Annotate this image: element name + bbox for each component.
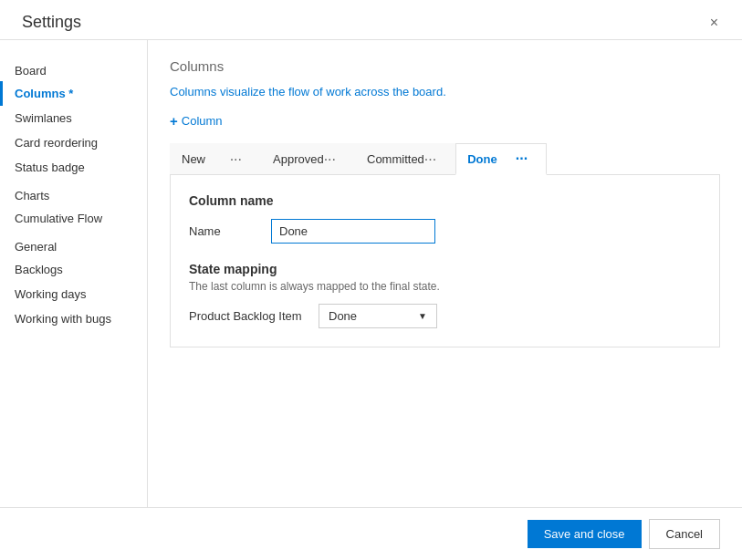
sidebar-section-board: Board xyxy=(0,55,147,81)
sidebar-section-general: General xyxy=(0,231,147,257)
tab-new-label: New xyxy=(182,152,230,166)
tab-committed-label: Committed xyxy=(367,152,424,166)
sidebar-item-card-reordering[interactable]: Card reordering xyxy=(0,130,147,155)
sidebar-item-working-days[interactable]: Working days xyxy=(0,282,147,306)
tab-done-label: Done xyxy=(467,152,516,166)
product-backlog-label: Product Backlog Item xyxy=(189,309,308,323)
sidebar-item-backlogs[interactable]: Backlogs xyxy=(0,257,147,282)
name-input[interactable] xyxy=(271,219,435,244)
tab-new[interactable]: New ··· xyxy=(170,143,261,174)
add-column-label: Column xyxy=(182,114,223,128)
add-column-button[interactable]: + Column xyxy=(170,113,223,129)
chevron-down-icon: ▼ xyxy=(418,311,427,321)
sidebar-item-working-with-bugs[interactable]: Working with bugs xyxy=(0,306,147,331)
mapping-row: Product Backlog Item Done ▼ xyxy=(189,304,701,328)
sidebar-item-cumulative-flow[interactable]: Cumulative Flow xyxy=(0,206,147,231)
section-title: Columns xyxy=(170,58,720,74)
tab-committed-menu[interactable]: ··· xyxy=(424,152,436,167)
tab-new-menu[interactable]: ··· xyxy=(230,152,242,167)
dialog-title: Settings xyxy=(22,13,81,32)
dialog-header: Settings × xyxy=(0,0,742,40)
name-label: Name xyxy=(189,224,271,238)
settings-dialog: Settings × Board Columns * Swimlanes Car… xyxy=(0,0,742,560)
plus-icon: + xyxy=(170,113,178,129)
main-content: Columns Columns visualize the flow of wo… xyxy=(148,40,742,507)
column-name-section-title: Column name xyxy=(189,193,701,208)
tab-approved-menu[interactable]: ··· xyxy=(324,152,336,167)
tab-done[interactable]: Done ··· xyxy=(455,143,547,175)
tab-approved[interactable]: Approved ··· xyxy=(261,143,355,174)
sidebar-item-status-badge[interactable]: Status badge xyxy=(0,155,147,180)
name-field-row: Name xyxy=(189,219,701,244)
tab-committed[interactable]: Committed ··· xyxy=(355,143,455,174)
close-button[interactable]: × xyxy=(705,14,724,32)
state-mapping-section: State mapping The last column is always … xyxy=(189,262,701,328)
columns-description: Columns visualize the flow of work acros… xyxy=(170,85,720,99)
save-and-close-button[interactable]: Save and close xyxy=(528,520,642,548)
dialog-footer: Save and close Cancel xyxy=(0,507,742,560)
state-mapping-title: State mapping xyxy=(189,262,701,276)
product-backlog-select[interactable]: Done ▼ xyxy=(319,304,437,328)
sidebar-section-charts: Charts xyxy=(0,180,147,206)
product-backlog-value: Done xyxy=(329,309,357,323)
columns-tabs: New ··· Approved ··· Committed ··· Done … xyxy=(170,143,720,175)
sidebar-item-swimlanes[interactable]: Swimlanes xyxy=(0,106,147,130)
state-mapping-desc: The last column is always mapped to the … xyxy=(189,280,701,293)
sidebar-item-columns[interactable]: Columns * xyxy=(0,81,147,106)
tab-done-menu[interactable]: ··· xyxy=(516,151,528,166)
sidebar: Board Columns * Swimlanes Card reorderin… xyxy=(0,40,148,507)
cancel-button[interactable]: Cancel xyxy=(649,519,720,549)
tab-approved-label: Approved xyxy=(273,152,324,166)
dialog-body: Board Columns * Swimlanes Card reorderin… xyxy=(0,40,742,507)
settings-panel: Column name Name State mapping The last … xyxy=(170,175,720,347)
